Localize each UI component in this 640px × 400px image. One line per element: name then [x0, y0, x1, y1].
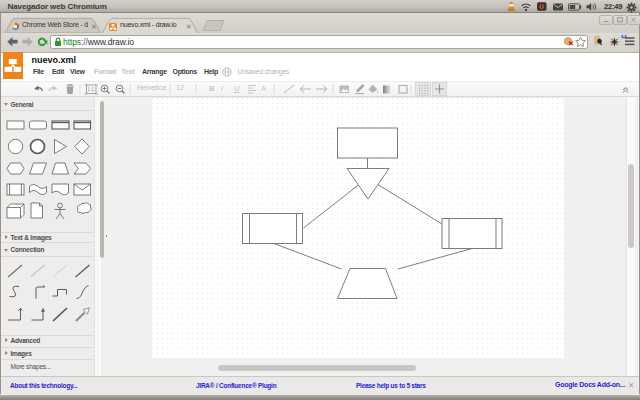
svg-text:1:1: 1:1	[88, 87, 95, 92]
